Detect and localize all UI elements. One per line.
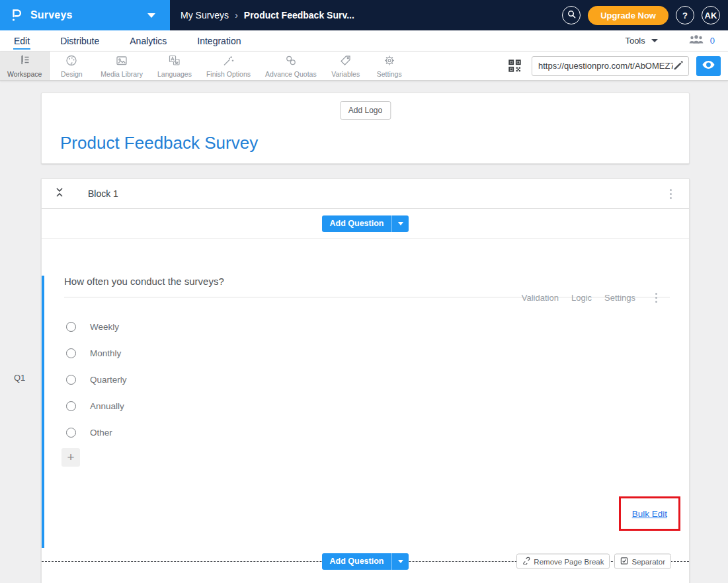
product-switcher[interactable]: Surveys [0,0,170,30]
radio-button[interactable] [66,348,76,358]
preview-button[interactable] [696,56,721,76]
settings-link[interactable]: Settings [604,293,635,303]
toolbar-item-variables[interactable]: Variables [324,52,368,80]
block-card: Block 1 Add Question Validation Logic Se… [41,178,690,583]
workspace-icon [18,54,31,69]
upgrade-now-button[interactable]: Upgrade Now [588,6,668,25]
separator-button[interactable]: Separator [614,554,671,569]
kebab-menu-icon[interactable] [666,186,676,202]
question-card: Validation Logic Settings How often you … [42,276,689,548]
radio-button[interactable] [66,322,76,332]
tab-integration[interactable]: Integration [196,32,241,50]
toolbar-item-finish-options[interactable]: Finish Options [199,52,258,80]
option-row: Monthly [66,340,689,366]
chain-links-icon [284,54,298,69]
checkbox-icon [620,557,628,566]
translate-icon [168,54,181,69]
radio-button[interactable] [66,401,76,411]
avatar[interactable]: AK [702,6,720,24]
image-icon [115,54,128,69]
search-button[interactable] [562,6,581,24]
chevron-down-icon [651,39,658,42]
breadcrumb-parent[interactable]: My Surveys [181,10,229,20]
tag-icon [339,54,352,69]
add-option-button[interactable]: + [61,448,80,467]
option-label[interactable]: Annually [90,401,124,411]
questionpro-logo-icon [10,6,24,25]
add-question-dropdown[interactable] [391,215,409,232]
toolbar-label: Variables [331,70,360,78]
radio-button[interactable] [66,375,76,385]
toolbar-item-design[interactable]: Design [50,52,93,80]
bulk-edit-highlight: Bulk Edit [619,496,680,531]
toolbar-item-settings[interactable]: Settings [368,52,411,80]
top-nav: My Surveys › Product Feedback Surv... Up… [170,0,728,30]
toolbar-label: Design [61,70,83,78]
top-nav-actions: Upgrade Now ? AK [562,6,720,25]
tab-edit[interactable]: Edit [13,32,30,50]
survey-url: https://questionpro.com/t/AbOMEZ7 [538,61,673,71]
tab-distribute[interactable]: Distribute [60,32,100,50]
eye-icon [702,60,715,71]
collapse-icon[interactable] [55,187,64,200]
toolbar-item-advance-quotas[interactable]: Advance Quotas [258,52,324,80]
survey-title[interactable]: Product Feedback Survey [60,133,258,153]
question-mark-icon: ? [682,11,688,20]
block-title[interactable]: Block 1 [88,188,118,199]
toolbar-label: Media Library [101,70,143,78]
survey-header-card: Add Logo Product Feedback Survey [41,93,690,164]
question-menu: Validation Logic Settings [522,290,661,305]
add-question-split-button: Add Question [322,215,409,232]
toolbar-item-languages[interactable]: Languages [150,52,199,80]
gear-icon [383,54,396,69]
tab-analytics[interactable]: Analytics [129,32,167,50]
add-question-row: Add Question [42,209,689,239]
qr-code-icon[interactable] [507,58,522,73]
remove-page-break-button[interactable]: Remove Page Break [516,554,610,569]
collaborator-count: 0 [710,36,715,46]
toolbar-label: Settings [377,70,402,78]
toolbar-label: Languages [157,70,192,78]
help-button[interactable]: ? [676,6,694,24]
toolbar-label: Workspace [7,70,42,78]
edit-pencil-icon[interactable] [673,59,684,73]
chevron-down-icon [147,13,155,18]
validation-link[interactable]: Validation [522,293,559,303]
add-question-split-button: Add Question [322,553,409,570]
toolbar-label: Finish Options [206,70,251,78]
option-label[interactable]: Quarterly [90,375,127,385]
survey-url-field[interactable]: https://questionpro.com/t/AbOMEZ7 [532,56,689,76]
tools-menu[interactable]: Tools [625,36,645,46]
kebab-menu-icon[interactable] [651,290,661,305]
logic-link[interactable]: Logic [571,293,592,303]
remove-page-break-label: Remove Page Break [534,557,604,565]
tabs-right: Tools 0 [625,34,715,47]
search-icon [567,9,577,21]
option-label[interactable]: Monthly [90,348,121,358]
toolbar-item-workspace[interactable]: Workspace [0,52,50,80]
magic-wand-icon [222,54,235,69]
add-question-button[interactable]: Add Question [322,215,392,232]
section-tabs: Edit Distribute Analytics Integration To… [0,30,728,52]
app-label: Surveys [30,9,73,21]
toolbar-item-media-library[interactable]: Media Library [93,52,150,80]
add-logo-button[interactable]: Add Logo [340,101,391,120]
option-label[interactable]: Other [90,428,112,438]
chevron-down-icon [398,222,403,225]
toolbar-right: https://questionpro.com/t/AbOMEZ7 [507,52,728,80]
collaborators[interactable]: 0 [688,34,715,47]
radio-button[interactable] [66,428,76,438]
option-label[interactable]: Weekly [90,322,119,332]
top-bar: Surveys My Surveys › Product Feedback Su… [0,0,728,30]
add-question-dropdown[interactable] [391,553,409,570]
block-header: Block 1 [42,574,689,583]
block-header: Block 1 [42,179,689,209]
editor-toolbar: Workspace Design Media Library [0,52,728,81]
option-row: Annually [66,393,689,419]
option-row: Other [66,419,689,446]
breadcrumb-separator: › [235,10,238,20]
bulk-edit-link[interactable]: Bulk Edit [632,509,667,519]
add-question-button[interactable]: Add Question [322,553,392,570]
breadcrumb-current: Product Feedback Surv... [244,10,354,20]
page-break-buttons: Remove Page Break Separator [516,554,671,569]
